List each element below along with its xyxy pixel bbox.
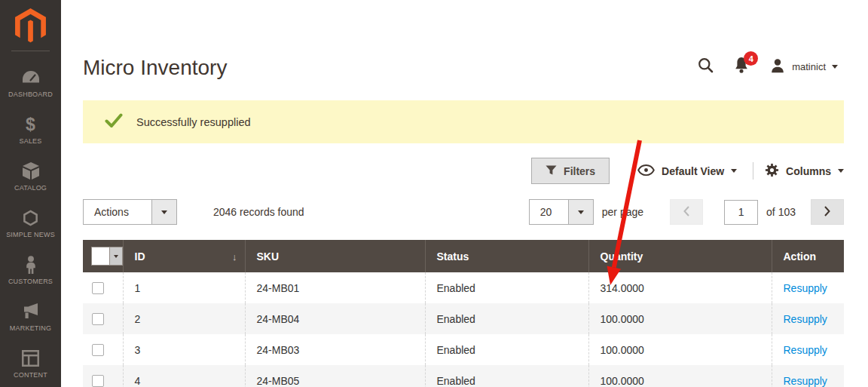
total-pages-text: of 103 bbox=[766, 206, 796, 218]
table-row: 2 24-MB04 Enabled 100.0000 Resupply bbox=[83, 303, 844, 334]
page-title: Micro Inventory bbox=[83, 56, 227, 80]
sidebar-item-label: CUSTOMERS bbox=[8, 278, 53, 285]
content-icon bbox=[22, 349, 39, 367]
column-header-action[interactable]: Action bbox=[772, 240, 844, 272]
notification-badge: 4 bbox=[744, 51, 758, 66]
sidebar-item-catalog[interactable]: CATALOG bbox=[0, 153, 61, 200]
column-header-label: ID bbox=[135, 250, 145, 263]
sales-icon: $ bbox=[26, 115, 35, 134]
row-checkbox[interactable] bbox=[92, 344, 104, 356]
per-page-value: 20 bbox=[530, 200, 568, 224]
chevron-left-icon bbox=[683, 205, 690, 220]
account-username: matinict bbox=[792, 61, 826, 72]
magento-logo[interactable] bbox=[0, 0, 61, 44]
select-all-header bbox=[83, 240, 123, 272]
cell-status: Enabled bbox=[425, 272, 588, 303]
sidebar-item-label: CONTENT bbox=[14, 371, 47, 379]
sidebar-item-label: CATALOG bbox=[14, 184, 47, 192]
chevron-down-icon bbox=[578, 210, 584, 214]
sidebar-item-label: SIMPLE NEWS bbox=[6, 231, 55, 238]
filter-icon bbox=[546, 164, 557, 178]
column-header-quantity[interactable]: Quantity bbox=[588, 240, 772, 272]
next-page-button[interactable] bbox=[811, 199, 844, 225]
cell-id: 1 bbox=[123, 272, 245, 303]
resupply-link[interactable]: Resupply bbox=[784, 375, 827, 387]
per-page-select[interactable]: 20 bbox=[529, 199, 594, 225]
row-checkbox[interactable] bbox=[92, 313, 104, 325]
select-all-checkbox[interactable] bbox=[91, 247, 123, 266]
cell-sku: 24-MB03 bbox=[245, 334, 425, 365]
cell-sku: 24-MB05 bbox=[245, 365, 425, 387]
column-header-label: Status bbox=[437, 250, 469, 263]
records-found-text: 2046 records found bbox=[213, 206, 304, 218]
sidebar-item-label: DASHBOARD bbox=[8, 91, 53, 98]
sidebar-item-sales[interactable]: $ SALES bbox=[0, 106, 61, 153]
sidebar-item-label: MARKETING bbox=[10, 324, 51, 332]
column-header-label: SKU bbox=[257, 250, 280, 263]
resupply-link[interactable]: Resupply bbox=[784, 313, 827, 325]
global-search-button[interactable] bbox=[698, 57, 714, 75]
sort-desc-icon: ↓ bbox=[232, 251, 237, 263]
row-checkbox[interactable] bbox=[92, 282, 104, 294]
cell-status: Enabled bbox=[425, 334, 588, 365]
columns-button[interactable]: Columns bbox=[765, 163, 844, 180]
sidebar-item-content[interactable]: CONTENT bbox=[0, 340, 61, 387]
sidebar-item-label: SALES bbox=[19, 137, 41, 145]
column-header-id[interactable]: ID ↓ bbox=[123, 240, 245, 272]
per-page-caret-button[interactable] bbox=[568, 200, 593, 224]
page-number-input[interactable] bbox=[724, 200, 758, 225]
sidebar-item-marketing[interactable]: MARKETING bbox=[0, 293, 61, 340]
actions-select-caret-button[interactable] bbox=[151, 200, 176, 224]
columns-label: Columns bbox=[786, 165, 831, 177]
filters-button[interactable]: Filters bbox=[531, 158, 610, 184]
sidebar-divider bbox=[11, 51, 50, 51]
notifications-button[interactable]: 4 bbox=[732, 57, 750, 76]
chevron-down-icon bbox=[731, 169, 737, 173]
column-header-status[interactable]: Status bbox=[425, 240, 588, 272]
sidebar-item-customers[interactable]: CUSTOMERS bbox=[0, 247, 61, 293]
cell-sku: 24-MB04 bbox=[245, 303, 425, 334]
sidebar-item-simple-news[interactable]: SIMPLE NEWS bbox=[0, 200, 61, 247]
resupply-link[interactable]: Resupply bbox=[784, 282, 827, 294]
chevron-down-icon bbox=[838, 169, 844, 173]
sidebar-item-dashboard[interactable]: DASHBOARD bbox=[0, 60, 61, 106]
header-actions: 4 matinict bbox=[698, 56, 838, 77]
customers-icon bbox=[23, 256, 38, 274]
cell-id: 2 bbox=[123, 303, 245, 334]
default-view-button[interactable]: Default View bbox=[637, 164, 737, 178]
resupply-link[interactable]: Resupply bbox=[784, 344, 827, 356]
chevron-down-icon bbox=[832, 65, 838, 69]
row-checkbox[interactable] bbox=[92, 375, 104, 387]
cell-quantity: 314.0000 bbox=[588, 272, 772, 303]
column-header-label: Quantity bbox=[601, 250, 643, 263]
cell-quantity: 100.0000 bbox=[588, 365, 772, 387]
grid-header-row: ID ↓ SKU Status Quantity Action bbox=[83, 240, 844, 272]
account-menu-button[interactable]: matinict bbox=[769, 57, 838, 76]
table-row: 3 24-MB03 Enabled 100.0000 Resupply bbox=[83, 334, 844, 365]
actions-select[interactable]: Actions bbox=[83, 199, 177, 225]
toolbar-divider bbox=[753, 162, 753, 180]
column-header-sku[interactable]: SKU bbox=[245, 240, 425, 272]
filters-button-label: Filters bbox=[564, 165, 595, 177]
cell-sku: 24-MB01 bbox=[245, 272, 425, 303]
simple-news-icon bbox=[22, 209, 39, 227]
select-all-box[interactable] bbox=[92, 247, 109, 265]
cell-quantity: 100.0000 bbox=[588, 303, 772, 334]
cell-status: Enabled bbox=[425, 365, 588, 387]
marketing-icon bbox=[22, 303, 40, 321]
column-header-label: Action bbox=[784, 250, 817, 263]
grid-controls: Actions 2046 records found 20 per page o… bbox=[83, 199, 844, 225]
cell-status: Enabled bbox=[425, 303, 588, 334]
user-avatar-icon bbox=[769, 57, 786, 76]
actions-select-value: Actions bbox=[84, 200, 151, 224]
admin-sidebar: DASHBOARD $ SALES CATALOG SIMPLE NEWS bbox=[0, 0, 61, 387]
gear-icon bbox=[765, 163, 779, 180]
chevron-down-icon bbox=[114, 255, 118, 258]
default-view-label: Default View bbox=[662, 165, 724, 177]
chevron-down-icon bbox=[161, 210, 167, 214]
previous-page-button[interactable] bbox=[670, 199, 703, 225]
select-all-caret-button[interactable] bbox=[109, 247, 122, 265]
cell-id: 3 bbox=[123, 334, 245, 365]
catalog-icon bbox=[22, 162, 40, 180]
grid-toolbar: Filters Default View Col bbox=[83, 158, 844, 184]
